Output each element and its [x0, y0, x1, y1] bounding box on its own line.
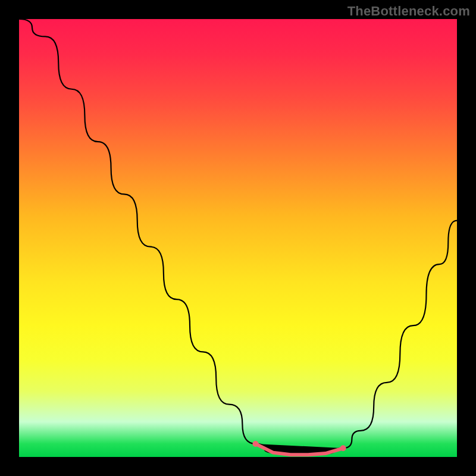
- chart-container: TheBottleneck.com: [0, 0, 476, 476]
- optimal-range-dot: [340, 445, 346, 451]
- plot-area: [19, 19, 457, 457]
- optimal-range-dot: [252, 441, 258, 447]
- optimal-range-highlight: [252, 441, 346, 455]
- optimal-range-line: [255, 444, 343, 455]
- curve-svg: [19, 19, 457, 457]
- watermark-text: TheBottleneck.com: [347, 4, 470, 19]
- bottleneck-curve: [19, 19, 457, 455]
